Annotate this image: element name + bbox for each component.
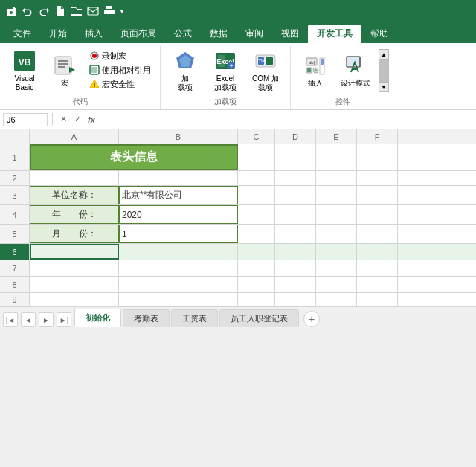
sheet-nav-first[interactable]: |◄ bbox=[3, 312, 18, 327]
sheet-nav-next[interactable]: ► bbox=[39, 312, 54, 327]
tab-formula[interactable]: 公式 bbox=[165, 25, 201, 43]
cell-5f[interactable] bbox=[357, 225, 398, 243]
cell-6a[interactable] bbox=[30, 244, 119, 260]
cell-9e[interactable] bbox=[316, 293, 357, 306]
cell-9f[interactable] bbox=[357, 293, 398, 306]
com-addins-button[interactable]: COM COM 加载项 bbox=[247, 49, 284, 92]
cell-9c[interactable] bbox=[238, 293, 275, 306]
sheet-tab-payroll[interactable]: 工资表 bbox=[171, 309, 218, 327]
cell-4e[interactable] bbox=[316, 205, 357, 224]
cell-4b[interactable]: 2020 bbox=[119, 205, 238, 224]
newfile-icon[interactable] bbox=[54, 4, 67, 18]
cell-1c[interactable] bbox=[238, 144, 275, 170]
sheet-tab-attendance[interactable]: 考勤表 bbox=[123, 309, 170, 327]
cell-3f[interactable] bbox=[357, 186, 398, 204]
merged-header-cell[interactable]: 表头信息 bbox=[30, 144, 238, 170]
row-num-9[interactable]: 9 bbox=[0, 293, 30, 306]
row-num-6[interactable]: 6 bbox=[0, 244, 30, 260]
cell-3d[interactable] bbox=[275, 186, 316, 204]
row-num-2[interactable]: 2 bbox=[0, 171, 30, 185]
vba-button[interactable]: VB Visual Basic bbox=[6, 49, 43, 92]
relative-ref-button[interactable]: 使用相对引用 bbox=[86, 63, 154, 77]
cell-7c[interactable] bbox=[238, 260, 275, 276]
undo-icon[interactable] bbox=[21, 4, 34, 18]
col-header-e[interactable]: E bbox=[316, 129, 357, 144]
cell-4f[interactable] bbox=[357, 205, 398, 224]
cell-3b[interactable]: 北京**有限公司 bbox=[119, 186, 238, 204]
cell-8e[interactable] bbox=[316, 277, 357, 292]
cell-3a[interactable]: 单位名称： bbox=[30, 186, 119, 204]
confirm-formula-btn[interactable]: ✓ bbox=[71, 114, 83, 126]
col-header-f[interactable]: F bbox=[357, 129, 398, 144]
cell-6d[interactable] bbox=[275, 244, 316, 260]
tab-insert[interactable]: 插入 bbox=[76, 25, 112, 43]
sheet-nav-last[interactable]: ►| bbox=[57, 312, 71, 327]
col-header-a[interactable]: A bbox=[30, 129, 119, 144]
cell-8b[interactable] bbox=[119, 277, 238, 292]
cell-4a[interactable]: 年 份： bbox=[30, 205, 119, 224]
cell-5b[interactable]: 1 bbox=[119, 225, 238, 243]
tab-home[interactable]: 开始 bbox=[40, 25, 76, 43]
redo-icon[interactable] bbox=[37, 4, 51, 18]
row-num-8[interactable]: 8 bbox=[0, 277, 30, 292]
cell-4c[interactable] bbox=[238, 205, 275, 224]
row-num-3[interactable]: 3 bbox=[0, 186, 30, 204]
row-num-5[interactable]: 5 bbox=[0, 225, 30, 243]
cell-1d[interactable] bbox=[275, 144, 316, 170]
cell-1f[interactable] bbox=[357, 144, 398, 170]
row-num-1[interactable]: 1 bbox=[0, 144, 30, 170]
col-header-c[interactable]: C bbox=[238, 129, 275, 144]
scroll-down-btn[interactable]: ▼ bbox=[379, 82, 389, 92]
insert-function-btn[interactable]: fx bbox=[86, 114, 97, 126]
cell-7d[interactable] bbox=[275, 260, 316, 276]
cell-5c[interactable] bbox=[238, 225, 275, 243]
cell-8f[interactable] bbox=[357, 277, 398, 292]
cell-9a[interactable] bbox=[30, 293, 119, 306]
tab-file[interactable]: 文件 bbox=[4, 25, 40, 43]
col-header-d[interactable]: D bbox=[275, 129, 316, 144]
scroll-up-btn[interactable]: ▲ bbox=[379, 49, 389, 59]
cell-4d[interactable] bbox=[275, 205, 316, 224]
cell-2e[interactable] bbox=[316, 171, 357, 185]
macro-button[interactable]: 宏 bbox=[46, 49, 83, 92]
tab-page-layout[interactable]: 页面布局 bbox=[112, 25, 165, 43]
cell-9b[interactable] bbox=[119, 293, 238, 306]
add-sheet-button[interactable]: + bbox=[303, 311, 320, 327]
cell-2a[interactable] bbox=[30, 171, 119, 185]
cell-5d[interactable] bbox=[275, 225, 316, 243]
cell-8c[interactable] bbox=[238, 277, 275, 292]
cell-1e[interactable] bbox=[316, 144, 357, 170]
cell-3c[interactable] bbox=[238, 186, 275, 204]
cell-8d[interactable] bbox=[275, 277, 316, 292]
cell-6e[interactable] bbox=[316, 244, 357, 260]
cell-7f[interactable] bbox=[357, 260, 398, 276]
cell-2f[interactable] bbox=[357, 171, 398, 185]
tab-help[interactable]: 帮助 bbox=[361, 25, 397, 43]
sheet-tab-initialize[interactable]: 初始化 bbox=[74, 309, 121, 327]
addins-button[interactable]: 加载项 bbox=[167, 49, 204, 92]
cancel-formula-btn[interactable]: ✕ bbox=[57, 114, 69, 126]
excel-addins-button[interactable]: Excel + Excel加载项 bbox=[207, 49, 244, 92]
cell-8a[interactable] bbox=[30, 277, 119, 292]
cell-7a[interactable] bbox=[30, 260, 119, 276]
cell-2c[interactable] bbox=[238, 171, 275, 185]
tab-data[interactable]: 数据 bbox=[201, 25, 237, 43]
cell-9d[interactable] bbox=[275, 293, 316, 306]
cell-3e[interactable] bbox=[316, 186, 357, 204]
formula-input[interactable] bbox=[100, 113, 473, 126]
email-icon[interactable] bbox=[86, 4, 100, 18]
save-icon[interactable] bbox=[4, 4, 18, 18]
record-macro-button[interactable]: 录制宏 bbox=[86, 49, 154, 62]
tab-developer[interactable]: 开发工具 bbox=[308, 25, 361, 43]
cell-6c[interactable] bbox=[238, 244, 275, 260]
cell-5e[interactable] bbox=[316, 225, 357, 243]
macro-security-button[interactable]: ! 宏安全性 bbox=[86, 77, 154, 91]
sheet-nav-prev[interactable]: ◄ bbox=[21, 312, 36, 327]
cell-7e[interactable] bbox=[316, 260, 357, 276]
tab-review[interactable]: 审阅 bbox=[237, 25, 272, 43]
cell-7b[interactable] bbox=[119, 260, 238, 276]
cell-6f[interactable] bbox=[357, 244, 398, 260]
cell-6b[interactable] bbox=[119, 244, 238, 260]
cell-2d[interactable] bbox=[275, 171, 316, 185]
cell-2b[interactable] bbox=[119, 171, 238, 185]
